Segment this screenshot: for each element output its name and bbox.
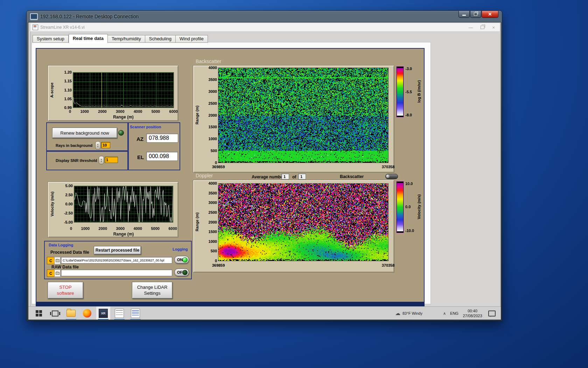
y-tick: 0: [215, 161, 217, 165]
processed-drive-selector[interactable]: C: [47, 257, 55, 264]
doppler-heatmap[interactable]: [218, 184, 388, 261]
raw-path-field[interactable]: [61, 270, 172, 276]
data-logging-title: Data Logging: [49, 243, 73, 247]
y-tick: 1.20: [64, 70, 72, 74]
language-indicator[interactable]: ENG: [448, 307, 460, 320]
firefox-icon: [83, 309, 91, 318]
backscatter-display-toggle[interactable]: [385, 174, 398, 179]
y-tick: -5.00: [64, 220, 73, 224]
minimize-button[interactable]: [458, 11, 470, 18]
app-titlebar[interactable]: StreamLine XR v14-6.vi — ×: [30, 23, 500, 32]
snr-threshold-field[interactable]: 1: [105, 157, 118, 163]
y-tick: 1500: [209, 125, 217, 129]
tab-real-time-data[interactable]: Real time data: [69, 34, 108, 43]
x-axis-end: 370358: [373, 264, 403, 267]
y-tick: 3500: [209, 191, 217, 195]
velocity-plot[interactable]: [74, 186, 173, 222]
x-tick: 4000: [134, 110, 142, 114]
app-title: StreamLine XR v14-6.vi: [40, 25, 85, 30]
average-number-label: Average number: [252, 175, 285, 179]
raw-browse-button[interactable]: [54, 270, 61, 277]
processed-browse-button[interactable]: [54, 257, 61, 264]
weather-text: 83°F Windy: [402, 311, 422, 315]
processed-path-field[interactable]: C:\Lidar\Data\Proc\2023\202308\20230827\…: [61, 257, 172, 264]
stop-software-button[interactable]: STOPsoftware: [48, 282, 83, 299]
close-button[interactable]: ✕: [482, 11, 498, 18]
minimize-icon: [462, 15, 466, 16]
backscatter-heatmap[interactable]: [218, 68, 388, 163]
tab-scheduling[interactable]: Scheduling: [145, 35, 176, 43]
y-tick: 3000: [209, 201, 217, 205]
rays-spinner[interactable]: ▲▼: [95, 141, 100, 150]
background-group: Renew background now Rays in background …: [46, 122, 129, 152]
logging-label: Logging: [173, 247, 188, 251]
ascope-y-axis-label: A-scope: [50, 55, 55, 125]
restore-button[interactable]: [470, 11, 481, 18]
notification-center-button[interactable]: [486, 307, 497, 320]
chevron-up-icon: ∧: [443, 311, 446, 316]
tab-system-setup[interactable]: System setup: [33, 35, 69, 43]
scan-scheduler-button[interactable]: [112, 307, 126, 320]
change-lidar-settings-button[interactable]: Change LiDARSettings: [132, 282, 173, 299]
doppler-colorbar: [396, 181, 404, 233]
x-tick: 6000: [169, 110, 178, 114]
task-view-button[interactable]: [48, 307, 62, 320]
app-minimize-icon[interactable]: —: [468, 25, 473, 30]
file-explorer-button[interactable]: [64, 307, 78, 320]
firefox-button[interactable]: [80, 307, 94, 320]
restart-processed-file-button[interactable]: Restart processed file: [94, 246, 141, 254]
y-tick: 1000: [209, 240, 217, 244]
rdp-titlebar[interactable]: 192.168.0.122 - Remote Desktop Connectio…: [27, 11, 502, 22]
close-icon: ✕: [488, 12, 492, 17]
x-tick: 2000: [98, 110, 106, 114]
app-close-icon[interactable]: ×: [492, 25, 495, 30]
processed-logging-toggle[interactable]: ON: [174, 256, 189, 264]
of-label: of: [292, 175, 296, 179]
y-tick: 4000: [209, 182, 217, 185]
el-value-field[interactable]: 000.098: [146, 152, 178, 161]
x-tick: 2000: [99, 227, 107, 231]
spinner-down-icon[interactable]: ▼: [100, 160, 102, 162]
x-tick: 0: [69, 110, 71, 114]
tray-chevron[interactable]: ∧: [441, 307, 448, 320]
weather-widget[interactable]: ☁ 83°F Windy: [395, 307, 441, 320]
start-button[interactable]: [32, 307, 46, 320]
tab-wind-profile[interactable]: Wind profile: [176, 35, 208, 43]
y-tick: 2.50: [65, 193, 73, 197]
y-tick: 4000: [209, 66, 217, 70]
colorbar-tick: 10.0: [405, 182, 413, 186]
y-tick: 2000: [209, 220, 217, 224]
y-tick: 2500: [209, 102, 217, 105]
velocity-plot-frame: Velocity (m/s) 5.00 2.50 0.00 -2.50 -5.0…: [48, 182, 178, 237]
streamline-app-button[interactable]: XR: [96, 307, 110, 320]
average-total-field[interactable]: 1: [298, 173, 306, 179]
remote-desktop: StreamLine XR v14-6.vi — × System setup …: [28, 22, 501, 320]
snr-spinner[interactable]: ▲▼: [99, 156, 104, 164]
ascope-plot[interactable]: [73, 73, 174, 108]
vi-icon: [33, 25, 38, 30]
x-tick: 1000: [81, 227, 90, 231]
rays-in-background-field[interactable]: 10: [101, 142, 110, 148]
backscatter-y-axis-label: Range (m): [195, 80, 200, 150]
colorbar-tick: -10.0: [405, 229, 414, 233]
az-value-field[interactable]: 078.988: [146, 134, 178, 143]
spinner-down-icon[interactable]: ▼: [97, 145, 99, 148]
scanner-position-title: Scanner position: [130, 125, 161, 129]
folder-icon: [56, 272, 59, 275]
doppler-y-axis-label: Range (m): [195, 187, 200, 257]
y-tick: 0: [215, 259, 217, 263]
raw-drive-selector[interactable]: C: [47, 270, 55, 277]
az-label: AZ: [136, 136, 144, 142]
colorbar-tick: -5.5: [405, 90, 412, 94]
app-restore-icon[interactable]: [481, 26, 484, 29]
terminal-app-button[interactable]: [128, 307, 142, 320]
renew-background-button[interactable]: Renew background now: [52, 128, 117, 138]
logging-on-led: [182, 257, 188, 263]
taskbar: XR ☁ 83°F Windy ∧ ENG 00:4027/08/2023: [28, 306, 501, 320]
clock[interactable]: 00:4027/08/2023: [461, 307, 484, 320]
tab-temp-humidity[interactable]: Temp/humidity: [108, 35, 145, 43]
raw-logging-toggle[interactable]: OFF: [174, 268, 189, 276]
average-number-field[interactable]: 1: [281, 173, 289, 179]
scanner-position-group: Scanner position AZ 078.988 EL 000.098: [127, 122, 180, 170]
y-tick: 2500: [209, 211, 217, 214]
